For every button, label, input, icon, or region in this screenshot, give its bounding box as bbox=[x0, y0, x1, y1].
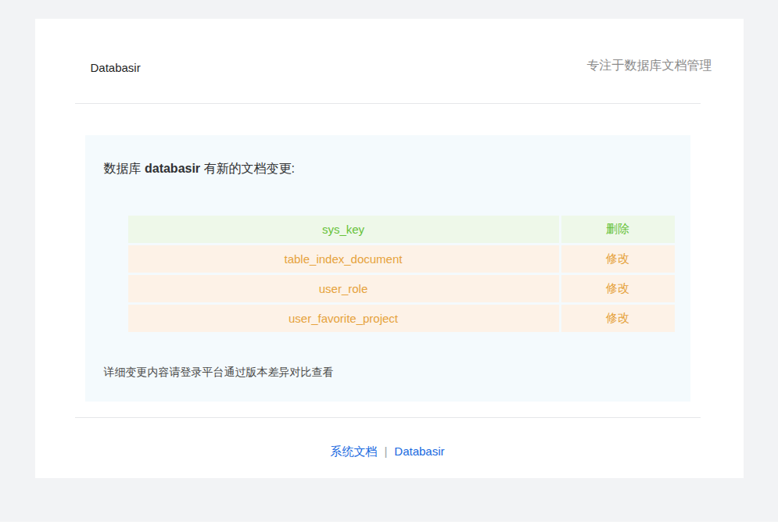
table-name-cell: sys_key bbox=[128, 216, 559, 243]
footer-separator: | bbox=[384, 445, 387, 458]
table-row: table_index_document 修改 bbox=[128, 245, 675, 273]
changes-table: sys_key 删除 table_index_document 修改 user_… bbox=[126, 213, 677, 334]
database-name: databasir bbox=[145, 162, 200, 175]
notification-panel: 数据库 databasir 有新的文档变更: sys_key 删除 table_… bbox=[85, 135, 690, 402]
table-row: sys_key 删除 bbox=[128, 216, 675, 243]
detail-note: 详细变更内容请登录平台通过版本差异对比查看 bbox=[104, 366, 672, 380]
table-action-cell: 删除 bbox=[561, 216, 675, 243]
footer-divider bbox=[75, 417, 701, 418]
summary-suffix: 有新的文档变更: bbox=[200, 162, 295, 175]
table-name-cell: user_favorite_project bbox=[128, 305, 559, 332]
page-background: Databasir 专注于数据库文档管理 数据库 databasir 有新的文档… bbox=[0, 0, 778, 522]
change-summary: 数据库 databasir 有新的文档变更: bbox=[104, 160, 672, 177]
table-row: user_role 修改 bbox=[128, 275, 675, 302]
header-divider bbox=[75, 103, 701, 104]
header: Databasir 专注于数据库文档管理 bbox=[75, 19, 701, 74]
table-action-cell: 修改 bbox=[561, 305, 675, 332]
tagline: 专注于数据库文档管理 bbox=[587, 58, 712, 74]
email-card: Databasir 专注于数据库文档管理 数据库 databasir 有新的文档… bbox=[35, 19, 744, 478]
brand-title: Databasir bbox=[91, 61, 141, 74]
table-action-cell: 修改 bbox=[561, 245, 675, 273]
table-action-cell: 修改 bbox=[561, 275, 675, 302]
footer: 系统文档|Databasir bbox=[75, 445, 701, 459]
table-row: user_favorite_project 修改 bbox=[128, 305, 675, 332]
footer-link-databasir[interactable]: Databasir bbox=[394, 445, 444, 458]
footer-link-docs[interactable]: 系统文档 bbox=[330, 445, 377, 458]
table-name-cell: user_role bbox=[128, 275, 559, 302]
table-name-cell: table_index_document bbox=[128, 245, 559, 273]
summary-prefix: 数据库 bbox=[104, 162, 145, 175]
